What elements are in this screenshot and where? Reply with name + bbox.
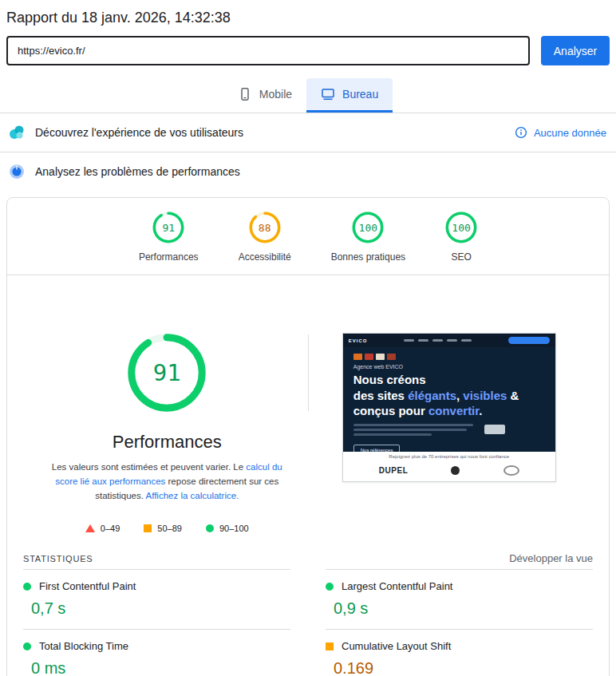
headline-part: élégants xyxy=(408,389,456,402)
metric-name: First Contentful Paint xyxy=(39,580,136,592)
report-card: 91 Performances 88 Accessibilité xyxy=(6,197,610,676)
metric-status-icon xyxy=(23,642,31,650)
screenshot-logo-strip: Rejoignez plus de 70 entreprises qui nou… xyxy=(343,452,555,481)
metric-name: Largest Contentful Paint xyxy=(342,580,452,592)
score-label: Accessibilité xyxy=(239,251,291,263)
performance-description: Les valeurs sont estimées et peuvent var… xyxy=(42,461,291,503)
statistics-title: STATISTIQUES xyxy=(23,554,93,563)
performance-score-value: 91 xyxy=(127,333,207,413)
field-section-title: Découvrez l'expérience de vos utilisateu… xyxy=(35,126,243,139)
pagespeed-report: Rapport du 18 janv. 2026, 14:32:38 Analy… xyxy=(0,0,616,676)
score-value: 100 xyxy=(445,211,477,243)
expand-view-link[interactable]: Développer la vue xyxy=(509,552,593,564)
legend-fail: 0–49 xyxy=(85,524,120,533)
score-bonnes-pratiques[interactable]: 100 Bonnes pratiques xyxy=(331,211,405,263)
partner-logo-placeholder xyxy=(484,425,505,434)
score-value: 88 xyxy=(249,211,281,243)
url-input[interactable] xyxy=(6,36,530,65)
average-square-icon xyxy=(144,524,152,532)
circle-logo xyxy=(451,466,460,475)
no-data-link[interactable]: Aucune donnée xyxy=(534,127,606,139)
metric-value: 0,9 s xyxy=(334,599,593,618)
metric-total-blocking-time: Total Blocking Time 0 ms xyxy=(23,629,290,676)
tab-mobile[interactable]: Mobile xyxy=(223,78,306,113)
legend-average: 50–89 xyxy=(144,524,182,533)
seo-gauge: 100 xyxy=(445,211,477,243)
screenshot-navlinks-placeholder xyxy=(372,339,503,342)
metric-first-contentful-paint: First Contentful Paint 0,7 s xyxy=(23,569,290,629)
performances-gauge: 91 xyxy=(152,211,184,243)
score-label: Bonnes pratiques xyxy=(331,251,405,263)
metric-value: 0.169 xyxy=(334,659,593,676)
fail-triangle-icon xyxy=(85,524,95,532)
legend-range: 90–100 xyxy=(219,524,249,533)
performance-gauge-label: Performances xyxy=(113,432,222,453)
paragraph-placeholder xyxy=(353,424,473,438)
strip-logos: DUPEL xyxy=(343,459,555,481)
tab-desktop-label: Bureau xyxy=(342,88,378,101)
metric-name: Total Blocking Time xyxy=(39,640,128,652)
pass-circle-icon xyxy=(206,524,214,532)
headline-part: visibles xyxy=(463,389,507,402)
score-label: SEO xyxy=(451,251,471,263)
metric-status-icon xyxy=(326,583,334,591)
screenshot-paragraph xyxy=(353,424,545,438)
metric-status-icon xyxy=(23,583,31,591)
metric-largest-contentful-paint: Largest Contentful Paint 0,9 s xyxy=(326,569,593,629)
metrics-grid: First Contentful Paint 0,7 s Largest Con… xyxy=(23,569,593,676)
screenshot-column: EVICO Agence web EVICO Nous créons des s… xyxy=(309,333,590,482)
metric-cumulative-layout-shift: Cumulative Layout Shift 0.169 xyxy=(326,629,593,676)
accessibilite-gauge: 88 xyxy=(249,211,281,243)
score-value: 91 xyxy=(152,211,184,243)
headline-part: . xyxy=(479,404,482,417)
headline-part: convertir xyxy=(428,404,479,417)
screenshot-tagline: Agence web EVICO xyxy=(353,364,545,370)
screenshot-brand: EVICO xyxy=(349,338,368,343)
metric-status-icon xyxy=(326,642,334,650)
desktop-icon xyxy=(321,87,335,101)
metric-name: Cumulative Layout Shift xyxy=(342,640,451,652)
screenshot-hero: Agence web EVICO Nous créons des sites é… xyxy=(343,347,555,452)
legend-range: 50–89 xyxy=(157,524,182,533)
desc-text: Les valeurs sont estimées et peuvent var… xyxy=(52,462,247,472)
flag-thumbnails xyxy=(353,354,545,360)
lab-data-icon xyxy=(8,163,26,180)
device-tabs: Mobile Bureau xyxy=(0,78,616,113)
headline-part: conçus pour xyxy=(353,404,428,417)
strip-text: Rejoignez plus de 70 entreprises qui nou… xyxy=(343,452,555,459)
metric-value: 0 ms xyxy=(31,659,290,676)
screenshot-headline: Nous créons des sites élégants, visibles… xyxy=(353,372,545,419)
headline-part: & xyxy=(507,389,519,402)
no-data-badge: Aucune donnée xyxy=(515,126,608,139)
score-seo[interactable]: 100 SEO xyxy=(445,211,477,263)
calculator-link[interactable]: Affichez la calculatrice. xyxy=(146,491,239,500)
info-icon[interactable] xyxy=(515,126,527,139)
tab-mobile-label: Mobile xyxy=(259,88,292,101)
oval-logo xyxy=(503,465,519,476)
statistics-header: STATISTIQUES Développer la vue xyxy=(23,552,593,564)
field-data-icon xyxy=(8,124,26,141)
analyze-button[interactable]: Analyser xyxy=(541,36,610,65)
screenshot-navbar: EVICO xyxy=(343,334,555,347)
dupel-logo: DUPEL xyxy=(379,466,408,475)
score-label: Performances xyxy=(139,251,199,263)
page-screenshot-thumbnail: EVICO Agence web EVICO Nous créons des s… xyxy=(342,333,556,482)
mobile-icon xyxy=(238,87,252,101)
metric-value: 0,7 s xyxy=(31,599,290,618)
field-data-section-header: Découvrez l'expérience de vos utilisateu… xyxy=(0,113,616,152)
performance-gauge-column: 91 Performances Les valeurs sont estimée… xyxy=(26,333,308,533)
performance-main-gauge: 91 xyxy=(127,333,207,413)
lab-data-section-header: Analysez les problèmes de performances xyxy=(0,152,616,191)
headline-part: des sites xyxy=(353,389,408,402)
screenshot-cta-button: Nos références xyxy=(353,445,401,453)
score-accessibilite[interactable]: 88 Accessibilité xyxy=(239,211,291,263)
score-performances[interactable]: 91 Performances xyxy=(139,211,199,263)
report-title: Rapport du 18 janv. 2026, 14:32:38 xyxy=(0,0,616,36)
score-legend: 0–49 50–89 90–100 xyxy=(85,524,249,533)
headline-part: Nous créons xyxy=(353,373,426,386)
legend-range: 0–49 xyxy=(101,524,120,533)
tab-desktop[interactable]: Bureau xyxy=(306,78,393,113)
legend-pass: 90–100 xyxy=(206,524,249,533)
score-value: 100 xyxy=(352,211,384,243)
category-scores: 91 Performances 88 Accessibilité xyxy=(7,198,609,275)
